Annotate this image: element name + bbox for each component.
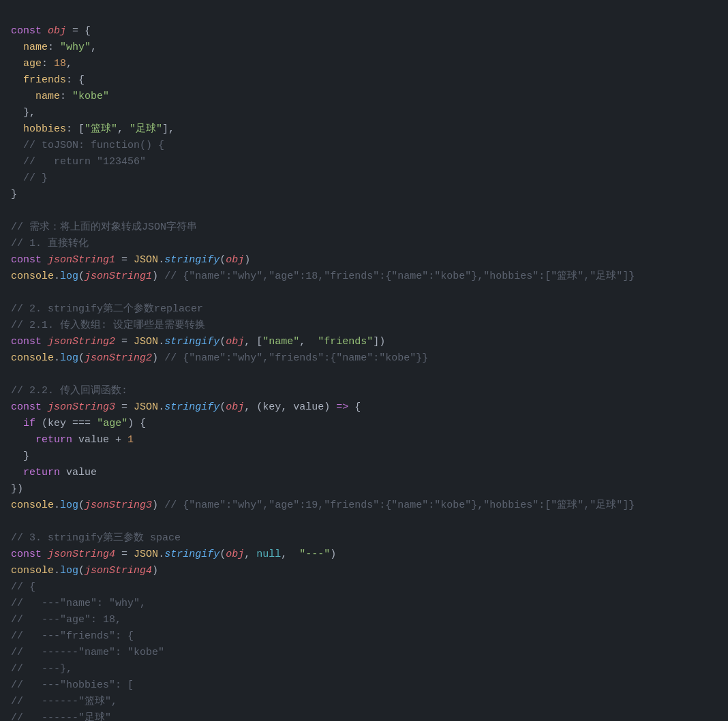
line-41: // ---"hobbies": [: [11, 679, 134, 691]
line-36: // ---"name": "why",: [11, 598, 146, 609]
line-37: // ---"age": 18,: [11, 614, 121, 626]
line-4: friends: {: [11, 74, 85, 86]
line-13: // 需求：将上面的对象转成JSON字符串: [11, 221, 197, 233]
line-39: // ------"name": "kobe": [11, 647, 164, 658]
line-32: // 3. stringify第三参数 space: [11, 532, 181, 544]
line-34: console.log(jsonString4): [11, 565, 158, 577]
line-1: const obj = {: [11, 25, 91, 37]
line-30: console.log(jsonString3) // {"name":"why…: [11, 500, 635, 511]
code-editor: const obj = { name: "why", age: 18, frie…: [0, 0, 728, 721]
line-29: }): [11, 483, 23, 495]
line-25: if (key === "age") {: [11, 418, 146, 429]
line-10: // }: [11, 172, 48, 184]
line-33: const jsonString4 = JSON.stringify(obj, …: [11, 549, 336, 560]
line-40: // ---},: [11, 663, 72, 675]
line-20: const jsonString2 = JSON.stringify(obj, …: [11, 336, 385, 348]
line-7: hobbies: ["篮球", "足球"],: [11, 123, 175, 135]
line-21: console.log(jsonString2) // {"name":"why…: [11, 352, 428, 364]
line-6: },: [11, 107, 35, 119]
line-24: const jsonString3 = JSON.stringify(obj, …: [11, 401, 361, 413]
line-23: // 2.2. 传入回调函数:: [11, 385, 127, 397]
line-11: }: [11, 189, 17, 200]
line-16: console.log(jsonString1) // {"name":"why…: [11, 271, 635, 282]
line-35: // {: [11, 581, 35, 593]
line-18: // 2. stringify第二个参数replacer: [11, 303, 203, 315]
line-19: // 2.1. 传入数组: 设定哪些是需要转换: [11, 320, 205, 331]
line-15: const jsonString1 = JSON.stringify(obj): [11, 254, 250, 266]
line-2: name: "why",: [11, 42, 97, 53]
line-27: }: [11, 450, 29, 462]
line-9: // return "123456": [11, 156, 146, 168]
line-26: return value + 1: [11, 434, 134, 446]
line-3: age: 18,: [11, 58, 72, 70]
line-43: // ------"足球": [11, 712, 111, 721]
line-5: name: "kobe": [11, 91, 109, 102]
line-8: // toJSON: function() {: [11, 140, 164, 151]
line-14: // 1. 直接转化: [11, 238, 89, 249]
line-28: return value: [11, 467, 97, 478]
line-42: // ------"篮球",: [11, 696, 117, 707]
line-38: // ---"friends": {: [11, 630, 134, 642]
